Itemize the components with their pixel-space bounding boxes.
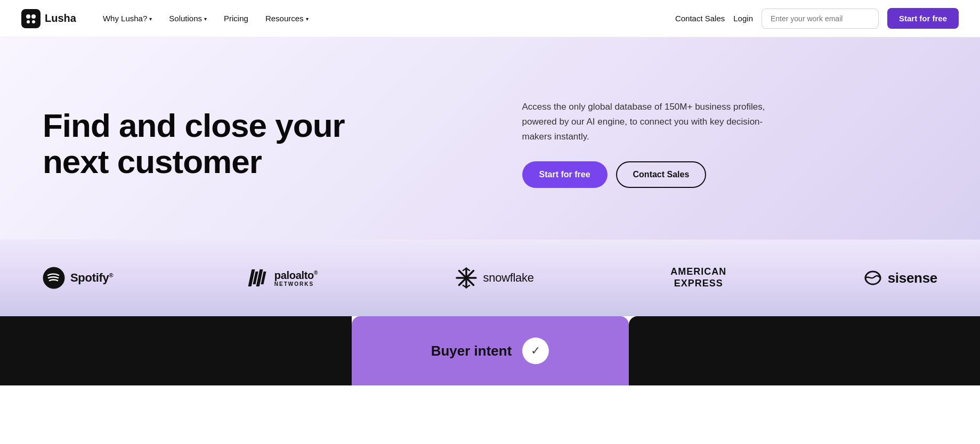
svg-rect-0 [21,9,41,28]
checkmark-icon: ✓ [531,344,540,358]
logo-snowflake: snowflake [455,266,534,290]
sisense-icon [863,268,882,287]
logo[interactable]: Lusha [21,9,76,28]
svg-point-4 [32,20,35,23]
paloalto-icon [250,269,269,286]
svg-point-5 [43,267,64,289]
nav-item-pricing[interactable]: Pricing [216,10,256,27]
svg-point-2 [31,14,36,19]
sisense-name: sisense [888,270,937,286]
spotify-icon [43,267,65,289]
contact-sales-link[interactable]: Contact Sales [675,14,725,23]
bottom-dark-right [629,316,981,385]
paloalto-name: paloalto® NETWORKS [274,269,318,287]
hero-title: Find and close your next customer [43,108,490,180]
bottom-section: Buyer intent ✓ [0,316,980,385]
logo-spotify: Spotify® [43,267,113,289]
nav-item-resources[interactable]: Resources ▾ [258,10,316,27]
contact-sales-hero-button[interactable]: Contact Sales [616,161,707,188]
login-link[interactable]: Login [733,14,753,23]
logo-text: Lusha [45,12,76,24]
svg-point-1 [26,14,30,19]
bottom-dark-left [0,316,352,385]
chevron-down-icon: ▾ [306,16,309,22]
start-for-free-hero-button[interactable]: Start for free [522,161,608,188]
logo-icon [21,9,41,28]
logos-section: Spotify® paloalto® NETWORKS [0,240,980,316]
start-for-free-nav-button[interactable]: Start for free [887,8,959,29]
snowflake-icon [455,266,478,290]
hero-section: Find and close your next customer Access… [0,37,980,240]
chevron-down-icon: ▾ [204,16,207,22]
chevron-down-icon: ▾ [149,16,152,22]
spotify-name: Spotify® [70,271,113,285]
buyer-intent-label: Buyer intent [431,343,512,359]
logo-amex: AMERICANEXPRESS [670,266,726,289]
navbar: Lusha Why Lusha? ▾ Solutions ▾ Pricing R… [0,0,980,37]
hero-right: Access the only global database of 150M+… [490,100,938,188]
email-input[interactable] [762,9,879,29]
snowflake-name: snowflake [483,271,534,285]
svg-point-3 [27,20,30,23]
logo-paloalto: paloalto® NETWORKS [250,269,318,287]
hero-buttons: Start for free Contact Sales [522,161,938,188]
bottom-purple-center: Buyer intent ✓ [352,316,629,385]
hero-description: Access the only global database of 150M+… [522,100,778,144]
nav-item-solutions[interactable]: Solutions ▾ [161,10,214,27]
nav-links: Why Lusha? ▾ Solutions ▾ Pricing Resourc… [95,10,675,27]
checkmark-circle: ✓ [522,338,549,364]
nav-item-why-lusha[interactable]: Why Lusha? ▾ [95,10,159,27]
logo-sisense: sisense [863,268,937,287]
hero-left: Find and close your next customer [43,108,490,180]
nav-right: Contact Sales Login Start for free [675,8,959,29]
amex-name: AMERICANEXPRESS [670,266,726,289]
